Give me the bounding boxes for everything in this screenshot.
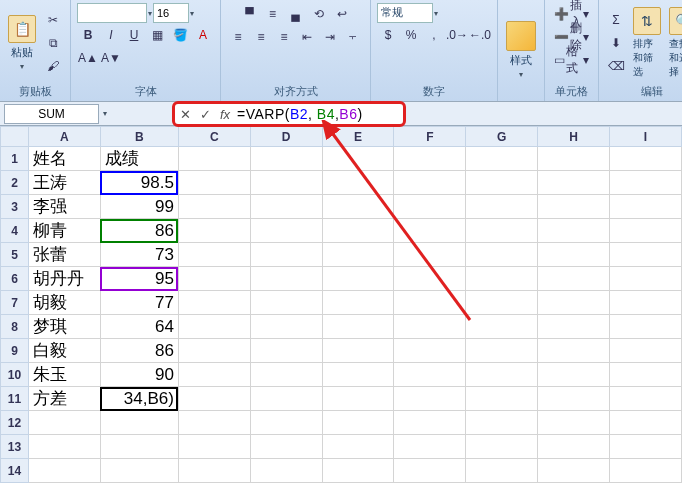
cell-G2[interactable] xyxy=(466,171,538,195)
cell-B13[interactable] xyxy=(100,435,178,459)
cell-B9[interactable]: 86 xyxy=(100,339,178,363)
cell-G9[interactable] xyxy=(466,339,538,363)
col-header-G[interactable]: G xyxy=(466,127,538,147)
cell-C14[interactable] xyxy=(178,459,250,483)
cell-H2[interactable] xyxy=(538,171,610,195)
cell-C4[interactable] xyxy=(178,219,250,243)
cell-F9[interactable] xyxy=(394,339,466,363)
cell-H6[interactable] xyxy=(538,267,610,291)
col-header-C[interactable]: C xyxy=(178,127,250,147)
cell-A6[interactable]: 胡丹丹 xyxy=(28,267,100,291)
fx-icon[interactable]: fx xyxy=(215,107,235,122)
chevron-down-icon[interactable]: ▾ xyxy=(148,9,152,18)
cell-B11[interactable]: 34,B6) xyxy=(100,387,178,411)
cell-I3[interactable] xyxy=(610,195,682,219)
cell-C11[interactable] xyxy=(178,387,250,411)
cell-F3[interactable] xyxy=(394,195,466,219)
formula-input[interactable]: =VARP(B2, B4,B6) xyxy=(235,106,363,122)
cell-A9[interactable]: 白毅 xyxy=(28,339,100,363)
cell-C1[interactable] xyxy=(178,147,250,171)
cell-A3[interactable]: 李强 xyxy=(28,195,100,219)
cell-B8[interactable]: 64 xyxy=(100,315,178,339)
cell-A5[interactable]: 张蕾 xyxy=(28,243,100,267)
merge-center-button[interactable]: ⫟ xyxy=(342,26,364,48)
col-header-B[interactable]: B xyxy=(100,127,178,147)
cell-D4[interactable] xyxy=(250,219,322,243)
cell-E10[interactable] xyxy=(322,363,394,387)
align-bottom-button[interactable]: ▄ xyxy=(285,3,307,25)
cell-E9[interactable] xyxy=(322,339,394,363)
row-header-11[interactable]: 11 xyxy=(1,387,29,411)
cell-F11[interactable] xyxy=(394,387,466,411)
cell-F8[interactable] xyxy=(394,315,466,339)
wrap-text-button[interactable]: ↩ xyxy=(331,3,353,25)
cell-I2[interactable] xyxy=(610,171,682,195)
cell-C13[interactable] xyxy=(178,435,250,459)
cell-G14[interactable] xyxy=(466,459,538,483)
cell-H12[interactable] xyxy=(538,411,610,435)
cell-I8[interactable] xyxy=(610,315,682,339)
cell-E2[interactable] xyxy=(322,171,394,195)
cell-B10[interactable]: 90 xyxy=(100,363,178,387)
cell-C2[interactable] xyxy=(178,171,250,195)
chevron-down-icon[interactable]: ▾ xyxy=(434,9,438,18)
cell-G5[interactable] xyxy=(466,243,538,267)
number-format-select[interactable]: 常规 xyxy=(377,3,433,23)
border-button[interactable]: ▦ xyxy=(146,24,168,46)
row-header-5[interactable]: 5 xyxy=(1,243,29,267)
row-header-10[interactable]: 10 xyxy=(1,363,29,387)
row-header-9[interactable]: 9 xyxy=(1,339,29,363)
cell-H9[interactable] xyxy=(538,339,610,363)
cell-E5[interactable] xyxy=(322,243,394,267)
increase-indent-button[interactable]: ⇥ xyxy=(319,26,341,48)
cell-D9[interactable] xyxy=(250,339,322,363)
cell-H8[interactable] xyxy=(538,315,610,339)
cell-D1[interactable] xyxy=(250,147,322,171)
row-header-4[interactable]: 4 xyxy=(1,219,29,243)
row-header-14[interactable]: 14 xyxy=(1,459,29,483)
row-header-3[interactable]: 3 xyxy=(1,195,29,219)
increase-decimal-button[interactable]: .0→ xyxy=(446,24,468,46)
cell-I5[interactable] xyxy=(610,243,682,267)
cell-D3[interactable] xyxy=(250,195,322,219)
cell-D11[interactable] xyxy=(250,387,322,411)
cell-H10[interactable] xyxy=(538,363,610,387)
cell-B14[interactable] xyxy=(100,459,178,483)
currency-button[interactable]: $ xyxy=(377,24,399,46)
styles-button[interactable]: 样式 ▾ xyxy=(504,19,538,81)
cell-F5[interactable] xyxy=(394,243,466,267)
cell-B12[interactable] xyxy=(100,411,178,435)
cell-F7[interactable] xyxy=(394,291,466,315)
cell-H3[interactable] xyxy=(538,195,610,219)
row-header-2[interactable]: 2 xyxy=(1,171,29,195)
cell-E14[interactable] xyxy=(322,459,394,483)
cell-F13[interactable] xyxy=(394,435,466,459)
cell-F14[interactable] xyxy=(394,459,466,483)
cell-C5[interactable] xyxy=(178,243,250,267)
cell-A7[interactable]: 胡毅 xyxy=(28,291,100,315)
cell-A12[interactable] xyxy=(28,411,100,435)
cell-I1[interactable] xyxy=(610,147,682,171)
copy-button[interactable]: ⧉ xyxy=(42,32,64,54)
cell-B4[interactable]: 86 xyxy=(100,219,178,243)
align-right-button[interactable]: ≡ xyxy=(273,26,295,48)
row-header-13[interactable]: 13 xyxy=(1,435,29,459)
cell-E7[interactable] xyxy=(322,291,394,315)
row-header-8[interactable]: 8 xyxy=(1,315,29,339)
chevron-down-icon[interactable]: ▾ xyxy=(190,9,194,18)
cell-H1[interactable] xyxy=(538,147,610,171)
align-top-button[interactable]: ▀ xyxy=(239,3,261,25)
cell-A13[interactable] xyxy=(28,435,100,459)
cell-H5[interactable] xyxy=(538,243,610,267)
font-color-button[interactable]: A xyxy=(192,24,214,46)
find-select-button[interactable]: 🔍 查找和选择 xyxy=(667,5,682,81)
cell-D5[interactable] xyxy=(250,243,322,267)
cell-C3[interactable] xyxy=(178,195,250,219)
cell-B2[interactable]: 98.5 xyxy=(100,171,178,195)
cell-G11[interactable] xyxy=(466,387,538,411)
cell-A1[interactable]: 姓名 xyxy=(28,147,100,171)
sort-filter-button[interactable]: ⇅ 排序和筛选 xyxy=(631,5,663,81)
col-header-A[interactable]: A xyxy=(28,127,100,147)
cell-C9[interactable] xyxy=(178,339,250,363)
cell-I12[interactable] xyxy=(610,411,682,435)
